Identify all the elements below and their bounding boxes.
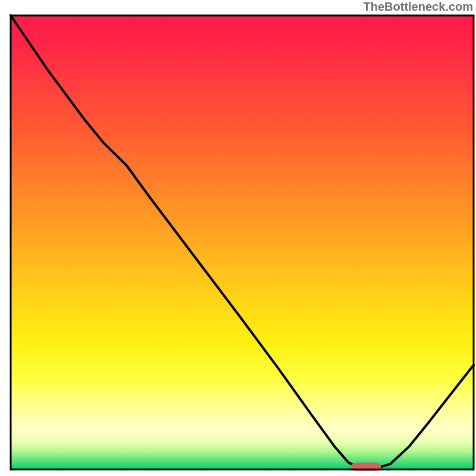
bottleneck-chart: TheBottleneck.com <box>0 0 476 476</box>
watermark-text: TheBottleneck.com <box>364 0 473 13</box>
gradient-background <box>11 15 474 469</box>
